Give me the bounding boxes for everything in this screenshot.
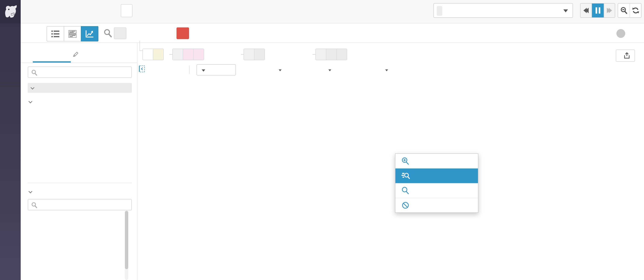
measure-pill-group <box>142 49 164 60</box>
export-button[interactable] <box>616 50 635 62</box>
playback-controls <box>580 3 615 18</box>
facet-panel <box>21 43 138 280</box>
chart-view-icon <box>86 30 94 38</box>
facet-group-browser[interactable] <box>29 188 36 195</box>
detail-view-toggle[interactable] <box>64 26 81 41</box>
divider <box>189 66 190 74</box>
facet-group-os[interactable] <box>29 98 36 105</box>
group-value-pill[interactable] <box>183 49 193 60</box>
count-field-pill[interactable] <box>153 49 163 60</box>
remove-group-icon[interactable] <box>193 49 204 60</box>
menu-item-search-for[interactable] <box>396 183 478 198</box>
search-icon <box>401 186 410 195</box>
zoom-refresh-group <box>618 3 642 18</box>
detail-view-icon <box>68 30 76 38</box>
top-bar <box>21 0 644 24</box>
connector-dash <box>312 54 316 55</box>
app-sidebar <box>0 0 21 280</box>
hide-controls-link[interactable] <box>139 66 148 72</box>
refresh-button[interactable] <box>630 4 641 17</box>
divider <box>21 63 138 63</box>
search-tag-source[interactable] <box>114 27 126 39</box>
menu-item-view-logs[interactable] <box>396 169 478 183</box>
forward-button[interactable] <box>604 4 615 17</box>
legend-swatch-2[interactable] <box>154 264 160 271</box>
search-icon <box>31 202 38 208</box>
limit-kind-pill[interactable] <box>326 49 336 60</box>
list-view-icon <box>52 30 59 38</box>
rollup-value-pill[interactable] <box>254 49 264 60</box>
search-bar-row <box>21 24 644 43</box>
limit-to-pill[interactable] <box>316 49 326 60</box>
chart-view-toggle[interactable] <box>81 26 98 41</box>
chevron-down-icon <box>563 10 568 12</box>
pause-button[interactable] <box>592 4 604 17</box>
chevron-down-icon[interactable] <box>385 69 388 71</box>
search-icon <box>104 29 112 39</box>
search-tag-error[interactable] <box>176 27 189 39</box>
chevron-down-icon <box>30 86 34 89</box>
dog-logo-icon <box>3 4 18 20</box>
list-view-toggle[interactable] <box>46 26 64 41</box>
clear-search-button[interactable] <box>616 29 625 38</box>
rollup-pill-group <box>244 49 265 60</box>
chevron-down-icon <box>202 69 205 72</box>
visualization-select[interactable] <box>196 64 236 76</box>
group-by-pill[interactable] <box>173 49 183 60</box>
main-content <box>138 43 644 280</box>
timeseries-chart[interactable] <box>138 75 644 280</box>
search-values-input[interactable] <box>28 199 132 210</box>
view-toggle-group <box>46 26 98 41</box>
export-icon <box>624 52 630 59</box>
limit-value-pill[interactable] <box>336 49 347 60</box>
rewind-button[interactable] <box>580 4 592 17</box>
active-tab-underline <box>33 61 71 63</box>
chevron-down-icon <box>28 189 32 193</box>
time-range-badge <box>437 6 442 16</box>
view-logs-icon <box>401 172 410 180</box>
edit-pencil-icon[interactable] <box>73 51 79 58</box>
forward-icon <box>609 8 612 13</box>
zoom-in-icon <box>401 157 410 165</box>
save-as-button[interactable] <box>121 4 132 17</box>
divider <box>28 183 132 183</box>
zoom-out-icon <box>620 7 628 14</box>
log-explorer-app <box>0 0 644 280</box>
limit-pill-group <box>316 49 347 60</box>
collapse-panel-icon <box>139 66 145 72</box>
rewind-icon <box>585 8 589 13</box>
facet-group-web-access[interactable] <box>28 83 132 93</box>
chevron-down-icon[interactable] <box>328 69 331 71</box>
legend-swatch-1[interactable] <box>172 264 178 271</box>
chevron-down-icon[interactable] <box>279 69 282 71</box>
exclude-icon <box>401 201 410 209</box>
datadog-logo[interactable] <box>0 0 21 24</box>
rollup-pill[interactable] <box>244 49 254 60</box>
time-range-selector[interactable] <box>434 3 573 18</box>
connector-dash <box>241 54 244 55</box>
menu-item-zoom-in[interactable] <box>396 154 478 169</box>
groupby-pill-group <box>172 49 204 60</box>
chevron-down-icon <box>28 99 32 103</box>
count-pill[interactable] <box>143 49 153 60</box>
refresh-icon <box>632 7 640 14</box>
zoom-out-button[interactable] <box>618 4 630 17</box>
chart-legend <box>154 264 187 271</box>
pause-icon <box>596 7 600 14</box>
search-facets-input[interactable] <box>28 67 132 78</box>
menu-item-exclude[interactable] <box>396 198 478 212</box>
facet-scrollbar-thumb[interactable] <box>125 211 128 269</box>
chart-context-menu <box>395 153 478 213</box>
connector-dash <box>170 54 172 55</box>
search-icon <box>31 69 38 76</box>
